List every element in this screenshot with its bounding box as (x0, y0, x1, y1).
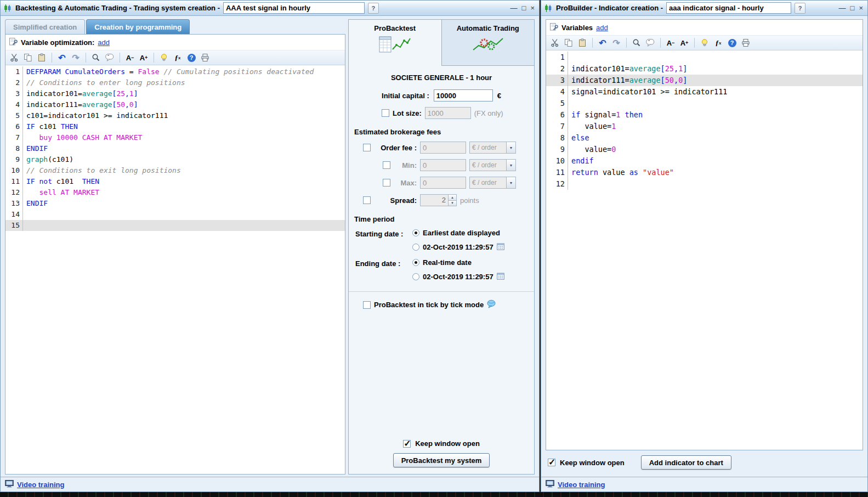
keep-window-open-checkbox[interactable] (403, 440, 411, 448)
lot-size-checkbox[interactable] (382, 109, 389, 117)
help-icon[interactable]: ? (795, 3, 805, 14)
code-line-9[interactable]: 9graph(c101) (5, 154, 345, 165)
code-line-4[interactable]: 4indicator111=average[50,0] (5, 99, 345, 110)
copy-icon[interactable] (563, 37, 574, 48)
maximize-button[interactable]: □ (522, 3, 526, 14)
ending-custom-radio[interactable] (412, 273, 419, 280)
code-line-3[interactable]: 3indicator101=average[25,1] (5, 88, 345, 99)
lightbulb-icon[interactable] (699, 37, 710, 48)
minimize-button[interactable]: — (839, 3, 846, 14)
redo-icon[interactable]: ↷ (611, 37, 622, 48)
help-icon[interactable]: ? (368, 3, 379, 14)
insert-function-icon[interactable]: ƒx (713, 37, 724, 48)
line-code: return value as "value" (568, 167, 863, 178)
maximize-button[interactable]: □ (850, 3, 855, 14)
code-line-5[interactable]: 5 (546, 98, 863, 109)
code-line-10[interactable]: 10// Conditions to exit long positions (5, 165, 345, 176)
tab-creation-by-programming[interactable]: Creation by programming (86, 19, 190, 34)
indicator-titlebar[interactable]: ProBuilder - Indicator creation - ? — □ … (541, 1, 867, 16)
code-line-7[interactable]: 7 buy 10000 CASH AT MARKET (5, 132, 345, 143)
code-line-1[interactable]: 1 (546, 52, 863, 63)
tick-mode-checkbox[interactable] (363, 301, 371, 309)
system-name-input[interactable] (223, 2, 365, 14)
order-fee-checkbox[interactable] (363, 144, 371, 151)
code-line-2[interactable]: 2// Conditions to enter long positions (5, 77, 345, 88)
increase-font-icon[interactable]: A+ (138, 52, 149, 63)
search-icon[interactable] (90, 52, 101, 63)
cut-icon[interactable] (549, 37, 560, 48)
code-line-15[interactable]: 15 (5, 220, 345, 231)
undo-icon[interactable]: ↶ (597, 37, 608, 48)
code-line-6[interactable]: 6IF c101 THEN (5, 121, 345, 132)
max-fee-checkbox[interactable] (383, 179, 390, 187)
code-line-6[interactable]: 6if signal=1 then (546, 109, 863, 121)
initial-capital-input[interactable] (434, 89, 493, 101)
decrease-font-icon[interactable]: A− (124, 52, 135, 63)
video-training-link[interactable]: Video training (17, 481, 64, 489)
lot-size-note: (FX only) (474, 109, 503, 117)
code-line-8[interactable]: 8else (546, 132, 863, 144)
comment-icon[interactable]: ” (104, 52, 115, 63)
tab-probacktest-label: ProBacktest (374, 24, 416, 32)
increase-font-icon[interactable]: A+ (679, 37, 690, 48)
code-line-5[interactable]: 5c101=indicator101 >= indicator111 (5, 110, 345, 121)
code-line-9[interactable]: 9 value=0 (546, 144, 863, 155)
decrease-font-icon[interactable]: A− (665, 37, 676, 48)
code-line-11[interactable]: 11return value as "value" (546, 167, 863, 178)
code-line-7[interactable]: 7 value=1 (546, 121, 863, 132)
editor-help-icon[interactable]: ? (186, 52, 197, 63)
editor-help-icon[interactable]: ? (727, 37, 737, 48)
redo-icon[interactable]: ↷ (70, 52, 81, 63)
insert-function-icon[interactable]: ƒx (172, 52, 183, 63)
comment-icon[interactable]: ” (645, 37, 656, 48)
indicator-name-input[interactable] (666, 2, 791, 14)
starting-custom-radio[interactable] (412, 244, 419, 251)
paste-icon[interactable] (36, 52, 47, 63)
backtest-titlebar[interactable]: Backtesting & Automatic Trading - Tradin… (1, 1, 539, 16)
line-number: 12 (5, 187, 23, 198)
toolbar-separator (52, 53, 52, 63)
code-line-3[interactable]: 3indicator111=average[50,0] (546, 75, 863, 86)
code-line-12[interactable]: 12 sell AT MARKET (5, 187, 345, 198)
code-line-1[interactable]: 1DEFPARAM CumulateOrders = False // Cumu… (5, 66, 345, 77)
code-line-8[interactable]: 8ENDIF (5, 143, 345, 154)
paste-icon[interactable] (577, 37, 588, 48)
variable-optimization-add-link[interactable]: add (98, 38, 110, 47)
tab-simplified-creation[interactable]: Simplified creation (5, 19, 85, 34)
add-indicator-to-chart-button[interactable]: Add indicator to chart (641, 455, 731, 470)
minimize-button[interactable]: — (510, 3, 518, 14)
ending-realtime-radio[interactable] (412, 259, 419, 266)
spread-row: Spread: 2 ▲▼ points (363, 194, 529, 206)
calendar-icon[interactable] (497, 272, 504, 281)
spread-checkbox[interactable] (363, 196, 371, 204)
indicator-statusbar: Video training (541, 477, 867, 492)
cut-icon[interactable] (9, 52, 20, 63)
search-icon[interactable] (631, 37, 642, 48)
code-line-14[interactable]: 14 (5, 209, 345, 220)
starting-earliest-radio[interactable] (412, 229, 419, 236)
tab-probacktest[interactable]: ProBacktest (349, 20, 442, 66)
lightbulb-icon[interactable] (158, 52, 169, 63)
calendar-icon[interactable] (497, 242, 504, 252)
tab-automatic-trading[interactable]: Automatic Trading (442, 20, 535, 66)
code-line-11[interactable]: 11IF not c101 THEN (5, 176, 345, 187)
print-icon[interactable] (200, 52, 211, 63)
video-training-link[interactable]: Video training (558, 481, 605, 489)
copy-icon[interactable] (22, 52, 33, 63)
code-line-12[interactable]: 12 (546, 178, 863, 190)
close-button[interactable]: × (859, 3, 863, 14)
code-line-13[interactable]: 13ENDIF (5, 198, 345, 209)
print-icon[interactable] (740, 37, 751, 48)
code-line-2[interactable]: 2indicator101=average[25,1] (546, 63, 863, 75)
indicator-code-area[interactable]: 12indicator101=average[25,1]3indicator11… (546, 50, 863, 450)
variables-add-link[interactable]: add (596, 24, 608, 32)
probacktest-my-system-button[interactable]: ProBacktest my system (393, 453, 490, 467)
code-line-10[interactable]: 10endif (546, 155, 863, 167)
undo-icon[interactable]: ↶ (56, 52, 67, 63)
code-line-4[interactable]: 4signal=indicator101 >= indicator111 (546, 86, 863, 98)
max-fee-row: Max: € / order ▼ (383, 177, 529, 189)
keep-window-open-checkbox[interactable] (548, 459, 555, 466)
backtest-code-area[interactable]: 1DEFPARAM CumulateOrders = False // Cumu… (5, 65, 345, 474)
min-fee-checkbox[interactable] (383, 161, 390, 169)
close-button[interactable]: × (530, 3, 535, 14)
